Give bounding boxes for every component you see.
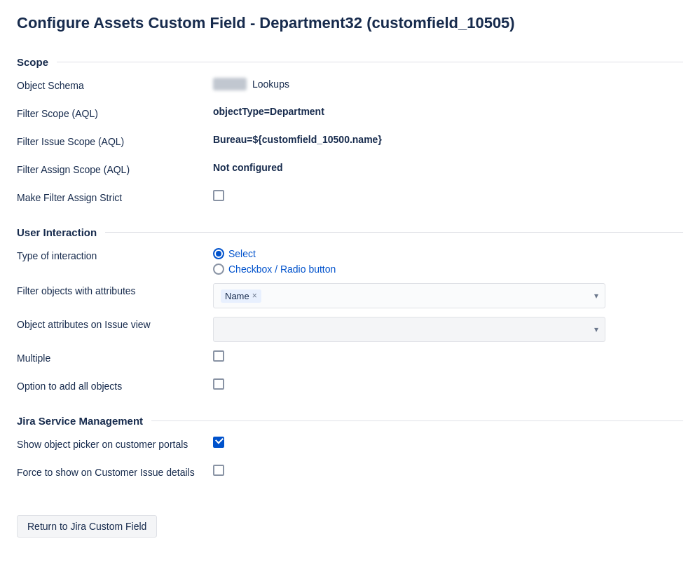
tag-name-text: Name <box>225 291 249 301</box>
filter-objects-select-wrapper: Name × ▾ <box>213 283 605 308</box>
filter-objects-chevron-icon: ▾ <box>594 291 598 301</box>
option-add-all-label: Option to add all objects <box>17 378 213 392</box>
user-interaction-divider <box>105 232 683 233</box>
force-show-label: Force to show on Customer Issue details <box>17 465 213 478</box>
object-attributes-value: ▾ <box>213 317 683 342</box>
multiple-value <box>213 350 683 362</box>
radio-option-select[interactable]: Select <box>213 248 683 259</box>
filter-objects-label: Filter objects with attributes <box>17 283 213 296</box>
object-schema-text: Lookups <box>252 78 289 90</box>
object-attributes-row: Object attributes on Issue view ▾ <box>17 317 683 342</box>
filter-issue-scope-label: Filter Issue Scope (AQL) <box>17 134 213 147</box>
filter-scope-value: objectType=Department <box>213 106 683 117</box>
user-interaction-section: User Interaction Type of interaction Sel… <box>17 226 683 398</box>
filter-assign-scope-label: Filter Assign Scope (AQL) <box>17 162 213 175</box>
option-add-all-checkbox[interactable] <box>213 378 224 390</box>
scope-section: Scope Object Schema Lookups Filter Scope… <box>17 56 683 210</box>
object-attributes-label: Object attributes on Issue view <box>17 317 213 330</box>
object-schema-label: Object Schema <box>17 78 213 91</box>
radio-select-label: Select <box>228 248 256 259</box>
radio-checkbox-radio-label: Checkbox / Radio button <box>228 264 336 275</box>
type-of-interaction-label: Type of interaction <box>17 248 213 261</box>
make-filter-assign-strict-label: Make Filter Assign Strict <box>17 190 213 203</box>
scope-section-title: Scope <box>17 56 48 68</box>
force-show-checkbox[interactable] <box>213 465 224 476</box>
filter-scope-label: Filter Scope (AQL) <box>17 106 213 119</box>
object-attributes-select[interactable] <box>213 317 605 342</box>
force-show-row: Force to show on Customer Issue details <box>17 465 683 484</box>
filter-issue-scope-value: Bureau=${customfield_10500.name} <box>213 134 683 145</box>
make-filter-assign-strict-row: Make Filter Assign Strict <box>17 190 683 210</box>
multiple-checkbox[interactable] <box>213 350 224 362</box>
show-object-picker-row: Show object picker on customer portals <box>17 437 683 456</box>
tag-remove-icon[interactable]: × <box>252 292 257 300</box>
radio-select[interactable] <box>213 248 224 259</box>
scope-divider <box>57 62 683 62</box>
filter-assign-scope-value: Not configured <box>213 162 683 173</box>
schema-blur-block <box>213 78 247 90</box>
jira-service-section: Jira Service Management Show object pick… <box>17 415 683 484</box>
filter-objects-select[interactable]: Name × <box>213 283 605 308</box>
show-object-picker-checkbox[interactable] <box>213 437 224 448</box>
object-schema-value: Lookups <box>213 78 683 90</box>
filter-objects-value: Name × ▾ <box>213 283 683 308</box>
filter-issue-scope-row: Filter Issue Scope (AQL) Bureau=${custom… <box>17 134 683 153</box>
type-of-interaction-options: Select Checkbox / Radio button <box>213 248 683 275</box>
object-attributes-chevron-icon: ▾ <box>594 324 598 334</box>
multiple-label: Multiple <box>17 350 213 364</box>
make-filter-assign-strict-value <box>213 190 683 201</box>
filter-scope-row: Filter Scope (AQL) objectType=Department <box>17 106 683 125</box>
filter-assign-scope-row: Filter Assign Scope (AQL) Not configured <box>17 162 683 182</box>
show-object-picker-value <box>213 437 683 448</box>
filter-objects-tag-name: Name × <box>221 289 261 303</box>
type-of-interaction-row: Type of interaction Select Checkbox / Ra… <box>17 248 683 275</box>
radio-option-checkbox-radio[interactable]: Checkbox / Radio button <box>213 264 683 275</box>
jira-service-section-header: Jira Service Management <box>17 415 683 427</box>
make-filter-assign-strict-checkbox[interactable] <box>213 190 224 201</box>
jira-service-divider <box>151 421 683 421</box>
return-button[interactable]: Return to Jira Custom Field <box>17 515 157 538</box>
force-show-value <box>213 465 683 476</box>
object-attributes-select-wrapper: ▾ <box>213 317 605 342</box>
multiple-row: Multiple <box>17 350 683 370</box>
user-interaction-section-header: User Interaction <box>17 226 683 238</box>
filter-objects-row: Filter objects with attributes Name × ▾ <box>17 283 683 308</box>
page-container: Configure Assets Custom Field - Departme… <box>0 0 700 559</box>
jira-service-section-title: Jira Service Management <box>17 415 143 427</box>
object-schema-row: Object Schema Lookups <box>17 78 683 97</box>
scope-section-header: Scope <box>17 56 683 68</box>
radio-checkbox-radio[interactable] <box>213 264 224 275</box>
user-interaction-section-title: User Interaction <box>17 226 97 238</box>
show-object-picker-label: Show object picker on customer portals <box>17 437 213 450</box>
page-title: Configure Assets Custom Field - Departme… <box>17 14 683 39</box>
radio-group: Select Checkbox / Radio button <box>213 248 683 275</box>
option-add-all-row: Option to add all objects <box>17 378 683 398</box>
option-add-all-value <box>213 378 683 390</box>
